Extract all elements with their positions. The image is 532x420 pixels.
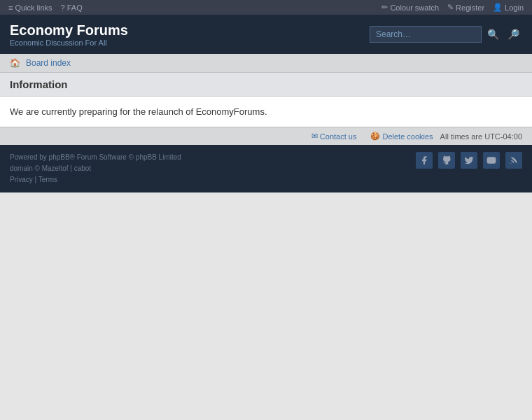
info-body: We are currently preparing for the relau… <box>0 97 532 127</box>
info-text: We are currently preparing for the relau… <box>10 106 522 117</box>
breadcrumb-bar: 🏠 Board index <box>0 54 532 73</box>
register-icon: ✎ <box>447 3 454 12</box>
envelope-icon: ✉ <box>312 132 318 141</box>
quick-links-link[interactable]: ≡ Quick links <box>8 4 52 12</box>
footer-left: Powered by phpBB® Forum Software © phpBB… <box>10 152 181 186</box>
delete-cookies-link[interactable]: 🍪 Delete cookies <box>370 132 433 141</box>
youtube-icon[interactable] <box>483 152 500 169</box>
question-icon: ? <box>61 4 65 12</box>
site-subtitle: Economic Discussion For All <box>10 38 128 47</box>
facebook-icon[interactable] <box>416 152 433 169</box>
powered-by-text: Powered by phpBB® Forum Software © phpBB… <box>10 152 181 163</box>
search-bar: 🔍 🔎 <box>370 26 522 43</box>
search-button[interactable]: 🔍 <box>484 27 502 41</box>
bottom-footer: Powered by phpBB® Forum Software © phpBB… <box>0 145 532 192</box>
topbar-left: ≡ Quick links ? FAQ <box>8 4 83 12</box>
topbar: ≡ Quick links ? FAQ ✏ Colour swatch ✎ Re… <box>0 0 532 15</box>
login-link[interactable]: 👤 Login <box>493 3 524 12</box>
rss-icon[interactable] <box>505 152 522 169</box>
svg-point-1 <box>510 163 511 164</box>
faq-link[interactable]: ? FAQ <box>61 4 83 12</box>
header: Economy Forums Economic Discussion For A… <box>0 15 532 54</box>
colour-swatch-link[interactable]: ✏ Colour swatch <box>382 3 439 12</box>
footer-bar: ✉ Contact us 🍪 Delete cookies All times … <box>0 127 532 145</box>
privacy-link[interactable]: Privacy <box>10 176 33 183</box>
menu-icon: ≡ <box>8 4 13 12</box>
social-icons <box>416 152 522 169</box>
home-icon: 🏠 <box>10 58 20 68</box>
info-heading: Information <box>10 78 522 90</box>
site-branding: Economy Forums Economic Discussion For A… <box>10 22 128 47</box>
footer-links: Privacy | Terms <box>10 174 181 186</box>
site-title: Economy Forums <box>10 22 128 38</box>
timezone-text: All times are UTC-04:00 <box>440 132 522 141</box>
register-link[interactable]: ✎ Register <box>447 3 484 12</box>
topbar-right: ✏ Colour swatch ✎ Register 👤 Login <box>382 3 524 12</box>
cookie-icon: 🍪 <box>370 132 380 141</box>
info-header: Information <box>0 73 532 97</box>
contact-us-link[interactable]: ✉ Contact us <box>312 132 357 141</box>
domain-text: domain © Mazeltof | cabot <box>10 163 181 174</box>
board-index-link[interactable]: Board index <box>26 58 71 68</box>
github-icon[interactable] <box>438 152 455 169</box>
twitter-icon[interactable] <box>461 152 477 169</box>
main-content: Information We are currently preparing f… <box>0 73 532 127</box>
search-input[interactable] <box>370 26 482 43</box>
user-icon: 👤 <box>493 3 503 12</box>
advanced-search-button[interactable]: 🔎 <box>505 27 522 41</box>
pencil-icon: ✏ <box>382 3 388 12</box>
terms-link[interactable]: Terms <box>38 176 57 183</box>
